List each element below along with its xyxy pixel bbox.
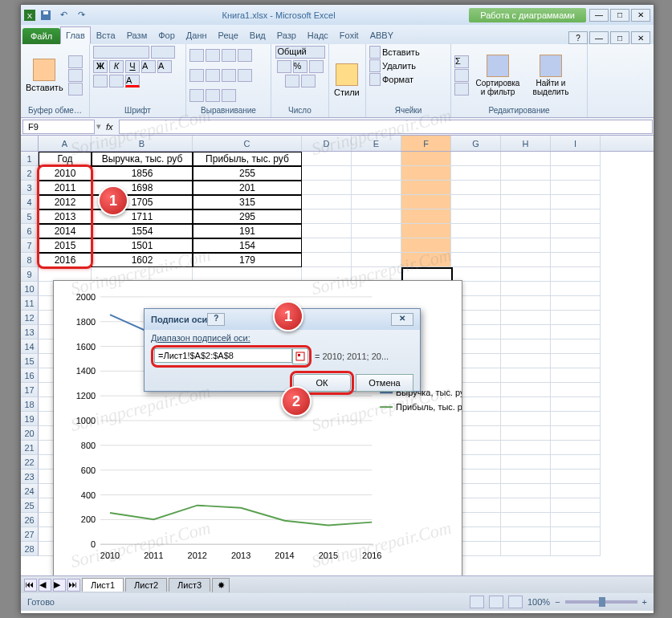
- tab-page-layout[interactable]: Разм: [121, 26, 153, 44]
- ribbon-close-icon[interactable]: ✕: [631, 31, 650, 44]
- col-header-C[interactable]: C: [193, 136, 302, 151]
- clear-icon[interactable]: [454, 83, 469, 96]
- cell[interactable]: 2015: [39, 238, 92, 253]
- cell[interactable]: [501, 238, 551, 253]
- view-normal-icon[interactable]: [470, 596, 484, 608]
- cell[interactable]: [501, 311, 551, 325]
- orientation-icon[interactable]: [222, 89, 236, 102]
- merge-icon[interactable]: [238, 69, 252, 82]
- col-header-E[interactable]: E: [352, 136, 401, 151]
- row-header[interactable]: 8: [21, 253, 39, 267]
- tab-review[interactable]: Реце: [213, 26, 244, 44]
- cell[interactable]: [302, 238, 352, 253]
- cell[interactable]: [501, 484, 551, 498]
- col-header-B[interactable]: B: [92, 136, 193, 151]
- row-header[interactable]: 4: [21, 195, 39, 209]
- cell[interactable]: 2012: [39, 195, 92, 209]
- align-top-icon[interactable]: [189, 49, 204, 62]
- sort-filter-button[interactable]: Сортировка и фильтр: [472, 53, 523, 98]
- cut-icon[interactable]: [68, 55, 83, 68]
- cell[interactable]: [551, 339, 601, 354]
- cell[interactable]: [501, 166, 551, 181]
- find-select-button[interactable]: Найти и выделить: [527, 53, 575, 98]
- cell[interactable]: [451, 253, 501, 267]
- col-header-H[interactable]: H: [501, 136, 551, 151]
- row-header[interactable]: 28: [21, 542, 39, 556]
- cell[interactable]: [501, 426, 551, 441]
- tab-view[interactable]: Вид: [244, 26, 271, 44]
- cell[interactable]: [501, 152, 551, 166]
- cell[interactable]: [451, 238, 501, 253]
- cell[interactable]: 1705: [92, 195, 193, 209]
- cell[interactable]: [401, 195, 451, 209]
- dialog-close-button[interactable]: ✕: [391, 313, 413, 326]
- align-left-icon[interactable]: [189, 69, 204, 82]
- align-bottom-icon[interactable]: [222, 49, 236, 62]
- view-break-icon[interactable]: [508, 596, 523, 608]
- cell[interactable]: 2014: [39, 224, 92, 238]
- dec-dec-icon[interactable]: [301, 75, 316, 87]
- cell[interactable]: [352, 253, 401, 267]
- cell[interactable]: [501, 181, 551, 195]
- qat-undo-icon[interactable]: ↶: [56, 8, 71, 22]
- cell[interactable]: [551, 166, 601, 181]
- styles-button[interactable]: Стили: [332, 62, 361, 99]
- tab-data[interactable]: Данн: [181, 26, 213, 44]
- cell[interactable]: 255: [193, 166, 302, 181]
- cell[interactable]: [551, 224, 601, 238]
- cell[interactable]: [551, 311, 601, 325]
- cell[interactable]: [401, 238, 451, 253]
- cell[interactable]: [551, 282, 601, 296]
- cell[interactable]: [501, 253, 551, 267]
- ribbon-restore-icon[interactable]: □: [610, 31, 629, 44]
- cell[interactable]: [451, 152, 501, 166]
- sheet-nav-first-icon[interactable]: ⏮: [24, 579, 37, 592]
- cell[interactable]: [501, 282, 551, 296]
- cell[interactable]: [551, 470, 601, 484]
- tab-insert[interactable]: Вста: [91, 26, 121, 44]
- row-header[interactable]: 21: [21, 441, 39, 455]
- wrap-text-icon[interactable]: [238, 49, 252, 62]
- cell[interactable]: [551, 426, 601, 441]
- indent-dec-icon[interactable]: [189, 89, 204, 102]
- row-header[interactable]: 12: [21, 311, 39, 325]
- tab-formulas[interactable]: Фор: [153, 26, 181, 44]
- cell[interactable]: [302, 224, 352, 238]
- cell[interactable]: [401, 181, 451, 195]
- qat-redo-icon[interactable]: ↷: [74, 8, 88, 22]
- sheet-nav-prev-icon[interactable]: ◀: [39, 579, 51, 592]
- zoom-in-icon[interactable]: +: [642, 597, 647, 607]
- grow-font-icon[interactable]: A: [141, 60, 156, 73]
- copy-icon[interactable]: [68, 69, 83, 82]
- font-color-icon[interactable]: A: [125, 75, 140, 87]
- cell[interactable]: [352, 209, 401, 224]
- cell[interactable]: [352, 224, 401, 238]
- col-header-G[interactable]: G: [451, 136, 501, 151]
- row-header[interactable]: 5: [21, 209, 39, 224]
- cell[interactable]: [401, 209, 451, 224]
- format-painter-icon[interactable]: [68, 83, 83, 96]
- tab-addins[interactable]: Надс: [302, 26, 334, 44]
- cell[interactable]: [501, 527, 551, 542]
- cell[interactable]: Выручка, тыс. руб: [92, 152, 193, 166]
- cell[interactable]: 1602: [92, 253, 193, 267]
- select-all-corner[interactable]: [21, 136, 39, 151]
- sheet-tab-3[interactable]: Лист3: [169, 578, 210, 592]
- sheet-nav-last-icon[interactable]: ⏭: [67, 579, 80, 592]
- name-box[interactable]: F9: [22, 120, 95, 134]
- align-middle-icon[interactable]: [206, 49, 220, 62]
- cell[interactable]: [501, 209, 551, 224]
- row-header[interactable]: 10: [21, 282, 39, 296]
- comma-icon[interactable]: [309, 60, 324, 73]
- cell[interactable]: 191: [193, 224, 302, 238]
- dec-inc-icon[interactable]: [285, 75, 299, 87]
- fx-icon[interactable]: fx: [101, 122, 118, 132]
- cell[interactable]: [551, 354, 601, 368]
- close-button[interactable]: ✕: [631, 9, 650, 22]
- cell[interactable]: [401, 166, 451, 181]
- cell[interactable]: [501, 441, 551, 455]
- cell[interactable]: 2013: [39, 209, 92, 224]
- cell[interactable]: [551, 397, 601, 412]
- fill-color-icon[interactable]: [109, 75, 124, 87]
- align-right-icon[interactable]: [222, 69, 236, 82]
